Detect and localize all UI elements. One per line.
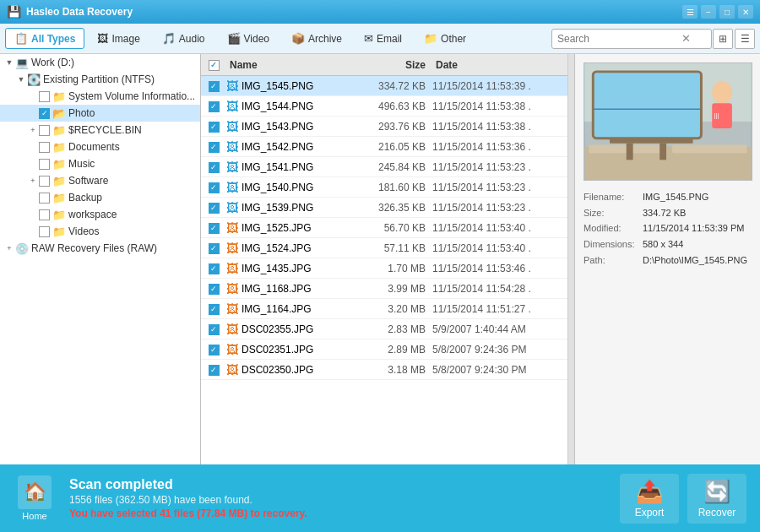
- file-row[interactable]: ✓ 🖼 IMG_1524.JPG 57.11 KB 11/15/2014 11:…: [201, 238, 567, 258]
- file-row[interactable]: ✓ 🖼 IMG_1541.PNG 245.84 KB 11/15/2014 11…: [201, 157, 567, 177]
- file-date: 11/15/2014 11:53:36 .: [432, 141, 567, 153]
- file-checkbox[interactable]: ✓: [201, 242, 226, 254]
- file-date: 11/15/2014 11:53:40 .: [432, 242, 567, 254]
- file-checkbox[interactable]: ✓: [201, 201, 226, 214]
- tree-item-videos[interactable]: 📁Videos: [0, 223, 200, 240]
- tree-checkbox-recycle[interactable]: [39, 125, 50, 136]
- tree-icon-raw: 💿: [15, 242, 29, 255]
- tree-item-photo[interactable]: ✓📂Photo: [0, 105, 200, 122]
- list-view-button[interactable]: ☰: [735, 29, 755, 49]
- file-checkbox[interactable]: ✓: [201, 100, 226, 112]
- file-row[interactable]: ✓ 🖼 DSC02350.JPG 3.18 MB 5/8/2007 9:24:3…: [201, 360, 567, 380]
- menu-button[interactable]: ☰: [682, 5, 698, 19]
- file-date: 11/15/2014 11:53:23 .: [432, 182, 567, 193]
- file-row[interactable]: ✓ 🖼 IMG_1543.PNG 293.76 KB 11/15/2014 11…: [201, 117, 567, 137]
- file-checkbox[interactable]: ✓: [201, 140, 226, 153]
- tree-expand-raw[interactable]: +: [3, 242, 15, 254]
- minimize-button[interactable]: −: [701, 5, 716, 19]
- file-checkbox[interactable]: ✓: [201, 120, 226, 133]
- tree-checkbox-videos[interactable]: [39, 226, 50, 237]
- status-title: Scan completed: [69, 477, 606, 492]
- header-check[interactable]: ✓: [201, 58, 226, 71]
- tree-checkbox-sysvolinfo[interactable]: [39, 91, 50, 102]
- file-checkbox[interactable]: ✓: [201, 323, 226, 335]
- status-text-area: Scan completed 1556 files (362.50 MB) ha…: [69, 477, 606, 519]
- tree-checkbox-workspace[interactable]: [39, 209, 50, 220]
- file-size: 496.63 KB: [348, 100, 432, 112]
- file-row[interactable]: ✓ 🖼 IMG_1539.PNG 326.35 KB 11/15/2014 11…: [201, 198, 567, 218]
- file-row[interactable]: ✓ 🖼 IMG_1525.JPG 56.70 KB 11/15/2014 11:…: [201, 218, 567, 238]
- file-checkbox[interactable]: ✓: [201, 79, 226, 92]
- tree-checkbox-backup[interactable]: [39, 193, 50, 204]
- file-type-icon: 🖼: [226, 221, 238, 235]
- tree-item-backup[interactable]: 📁Backup: [0, 189, 200, 206]
- tree-label-existing: Existing Partition (NTFS): [43, 73, 155, 85]
- file-checkbox[interactable]: ✓: [201, 302, 226, 315]
- file-checkbox[interactable]: ✓: [201, 160, 226, 173]
- tree-checkbox-music[interactable]: [39, 159, 50, 170]
- header-name[interactable]: Name: [226, 59, 348, 71]
- header-date[interactable]: Date: [432, 59, 567, 71]
- file-row[interactable]: ✓ 🖼 IMG_1545.PNG 334.72 KB 11/15/2014 11…: [201, 76, 567, 96]
- header-size[interactable]: Size: [348, 59, 432, 71]
- file-checkbox[interactable]: ✓: [201, 221, 226, 234]
- recover-button[interactable]: 🔄 Recover: [687, 474, 746, 524]
- tree-expand-existing[interactable]: ▼: [15, 73, 27, 85]
- tree-label-videos: Videos: [68, 225, 99, 237]
- file-row[interactable]: ✓ 🖼 IMG_1435.JPG 1.70 MB 11/15/2014 11:5…: [201, 258, 567, 279]
- tab-email[interactable]: ✉ Email: [355, 28, 411, 49]
- maximize-button[interactable]: □: [719, 5, 735, 19]
- tree-expand-recycle[interactable]: +: [27, 124, 39, 136]
- file-size: 216.05 KB: [348, 141, 432, 153]
- tab-other[interactable]: 📁 Other: [415, 28, 475, 49]
- tree-checkbox-documents[interactable]: [39, 142, 50, 153]
- tree-expand-music: [27, 158, 39, 170]
- tree-icon-photo: 📂: [52, 107, 66, 120]
- file-row[interactable]: ✓ 🖼 IMG_1542.PNG 216.05 KB 11/15/2014 11…: [201, 137, 567, 157]
- file-checkbox[interactable]: ✓: [201, 282, 226, 295]
- tree-checkbox-photo[interactable]: ✓: [39, 108, 50, 119]
- file-checkbox[interactable]: ✓: [201, 181, 226, 193]
- tree-expand-documents: [27, 141, 39, 153]
- file-date: 11/15/2014 11:51:27 .: [432, 303, 567, 315]
- file-type-icon: 🖼: [226, 323, 238, 336]
- file-date: 11/15/2014 11:53:23 .: [432, 161, 567, 173]
- tree-item-raw[interactable]: +💿RAW Recovery Files (RAW): [0, 240, 200, 257]
- tree-label-backup: Backup: [68, 192, 102, 204]
- path-value: D:\Photo\IMG_1545.PNG: [643, 252, 747, 269]
- status-selected: You have selected 41 files (77.84 MB) to…: [69, 508, 606, 519]
- tab-video[interactable]: 🎬 Video: [218, 28, 279, 49]
- file-row[interactable]: ✓ 🖼 IMG_1164.JPG 3.20 MB 11/15/2014 11:5…: [201, 299, 567, 319]
- search-clear-button[interactable]: ✕: [681, 32, 691, 45]
- tree-item-work[interactable]: ▼💻Work (D:): [0, 54, 200, 71]
- export-button[interactable]: 📤 Export: [620, 474, 679, 524]
- tab-archive[interactable]: 📦 Archive: [282, 28, 351, 49]
- tab-audio[interactable]: 🎵 Audio: [153, 28, 214, 49]
- tree-item-music[interactable]: 📁Music: [0, 155, 200, 172]
- tree-item-documents[interactable]: 📁Documents: [0, 138, 200, 155]
- file-row[interactable]: ✓ 🖼 IMG_1168.JPG 3.99 MB 11/15/2014 11:5…: [201, 279, 567, 299]
- file-checkbox[interactable]: ✓: [201, 343, 226, 356]
- file-name: IMG_1524.JPG: [242, 242, 348, 254]
- file-row[interactable]: ✓ 🖼 IMG_1544.PNG 496.63 KB 11/15/2014 11…: [201, 96, 567, 117]
- file-size: 293.76 KB: [348, 121, 432, 133]
- file-checkbox[interactable]: ✓: [201, 262, 226, 274]
- tree-item-existing[interactable]: ▼💽Existing Partition (NTFS): [0, 71, 200, 88]
- home-button[interactable]: 🏠 Home: [14, 475, 56, 521]
- tree-item-workspace[interactable]: 📁workspace: [0, 206, 200, 223]
- filename-value: IMG_1545.PNG: [643, 189, 708, 205]
- tree-item-software[interactable]: +📁Software: [0, 172, 200, 189]
- tree-expand-software[interactable]: +: [27, 175, 39, 187]
- tree-item-sysvolinfo[interactable]: 📁System Volume Informatio...: [0, 88, 200, 105]
- file-row[interactable]: ✓ 🖼 IMG_1540.PNG 181.60 KB 11/15/2014 11…: [201, 177, 567, 198]
- tree-item-recycle[interactable]: +📁$RECYCLE.BIN: [0, 122, 200, 138]
- file-row[interactable]: ✓ 🖼 DSC02351.JPG 2.89 MB 5/8/2007 9:24:3…: [201, 339, 567, 360]
- tree-checkbox-software[interactable]: [39, 176, 50, 187]
- tab-all-types[interactable]: 📋 All Types: [5, 28, 84, 49]
- grid-view-button[interactable]: ⊞: [713, 29, 733, 49]
- tab-image[interactable]: 🖼 Image: [88, 28, 149, 49]
- file-checkbox[interactable]: ✓: [201, 363, 226, 376]
- close-button[interactable]: ✕: [738, 5, 753, 19]
- file-row[interactable]: ✓ 🖼 DSC02355.JPG 2.83 MB 5/9/2007 1:40:4…: [201, 319, 567, 339]
- tree-expand-work[interactable]: ▼: [3, 57, 15, 68]
